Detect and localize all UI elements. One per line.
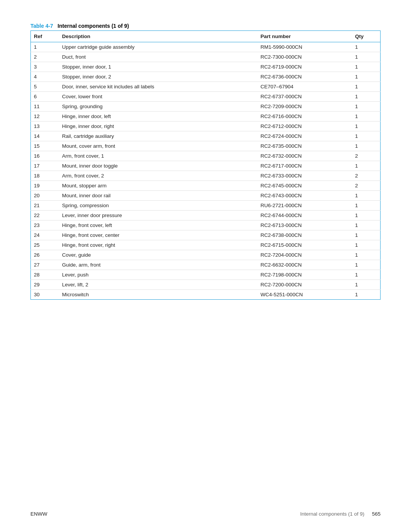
cell-description: Hinge, front cover, center xyxy=(59,230,258,240)
cell-ref: 20 xyxy=(31,191,59,201)
cell-description: Hinge, front cover, left xyxy=(59,220,258,230)
col-header-qty: Qty xyxy=(352,31,381,42)
cell-description: Stopper, inner door, 1 xyxy=(59,62,258,72)
cell-part-number: RC2-7200-000CN xyxy=(258,280,352,290)
cell-ref: 18 xyxy=(31,171,59,181)
cell-qty: 1 xyxy=(352,62,381,72)
table-row: 18Arm, front cover, 2RC2-6733-000CN2 xyxy=(31,171,381,181)
table-row: 12Hinge, inner door, leftRC2-6716-000CN1 xyxy=(31,112,381,121)
col-header-ref: Ref xyxy=(31,31,59,42)
cell-description: Spring, compression xyxy=(59,201,258,211)
cell-qty: 2 xyxy=(352,181,381,191)
cell-ref: 6 xyxy=(31,92,59,102)
cell-qty: 1 xyxy=(352,220,381,230)
cell-part-number: RC2-6713-000CN xyxy=(258,220,352,230)
cell-description: Hinge, inner door, right xyxy=(59,121,258,131)
cell-ref: 22 xyxy=(31,211,59,220)
cell-description: Mount, cover arm, front xyxy=(59,141,258,151)
cell-ref: 25 xyxy=(31,240,59,250)
cell-ref: 29 xyxy=(31,280,59,290)
cell-description: Lever, lift, 2 xyxy=(59,280,258,290)
cell-ref: 30 xyxy=(31,290,59,300)
cell-ref: 14 xyxy=(31,131,59,141)
cell-part-number: RC2-6745-000CN xyxy=(258,181,352,191)
footer-enww: ENWW xyxy=(30,511,47,517)
cell-description: Mount, stopper arm xyxy=(59,181,258,191)
table-row: 3Stopper, inner door, 1RC2-6719-000CN1 xyxy=(31,62,381,72)
cell-qty: 2 xyxy=(352,171,381,181)
cell-qty: 1 xyxy=(352,82,381,92)
cell-part-number: RC2-6735-000CN xyxy=(258,141,352,151)
cell-part-number: RC2-6732-000CN xyxy=(258,151,352,161)
cell-qty: 1 xyxy=(352,102,381,112)
cell-ref: 17 xyxy=(31,161,59,171)
cell-ref: 23 xyxy=(31,220,59,230)
cell-ref: 24 xyxy=(31,230,59,240)
cell-ref: 3 xyxy=(31,62,59,72)
cell-part-number: RC2-6717-000CN xyxy=(258,161,352,171)
cell-description: Hinge, inner door, left xyxy=(59,112,258,121)
cell-qty: 1 xyxy=(352,121,381,131)
cell-qty: 1 xyxy=(352,260,381,270)
cell-description: Door, inner, service kit includes all la… xyxy=(59,82,258,92)
cell-ref: 27 xyxy=(31,260,59,270)
cell-description: Mount, inner door toggle xyxy=(59,161,258,171)
cell-part-number: RC2-7209-000CN xyxy=(258,102,352,112)
cell-description: Cover, lower front xyxy=(59,92,258,102)
cell-part-number: RC2-6712-000CN xyxy=(258,121,352,131)
cell-part-number: RC2-6632-000CN xyxy=(258,260,352,270)
table-row: 20Mount, inner door railRC2-6743-000CN1 xyxy=(31,191,381,201)
cell-qty: 1 xyxy=(352,131,381,141)
table-row: 22Lever, inner door pressureRC2-6744-000… xyxy=(31,211,381,220)
col-header-part-number: Part number xyxy=(258,31,352,42)
cell-qty: 1 xyxy=(352,290,381,300)
table-row: 17Mount, inner door toggleRC2-6717-000CN… xyxy=(31,161,381,171)
cell-qty: 1 xyxy=(352,230,381,240)
cell-part-number: RC2-7300-000CN xyxy=(258,52,352,62)
cell-ref: 11 xyxy=(31,102,59,112)
cell-part-number: RC2-6737-000CN xyxy=(258,92,352,102)
cell-part-number: WC4-5251-000CN xyxy=(258,290,352,300)
table-header-row: Ref Description Part number Qty xyxy=(31,31,381,42)
table-row: 26Cover, guideRC2-7204-000CN1 xyxy=(31,250,381,260)
cell-ref: 15 xyxy=(31,141,59,151)
table-row: 16Arm, front cover, 1RC2-6732-000CN2 xyxy=(31,151,381,161)
table-row: 29Lever, lift, 2RC2-7200-000CN1 xyxy=(31,280,381,290)
footer-page-number: 565 xyxy=(372,511,381,517)
cell-description: Duct, front xyxy=(59,52,258,62)
cell-part-number: RC2-6736-000CN xyxy=(258,72,352,82)
table-row: 14Rail, cartridge auxiliaryRC2-6724-000C… xyxy=(31,131,381,141)
cell-qty: 1 xyxy=(352,270,381,280)
cell-part-number: RC2-6716-000CN xyxy=(258,112,352,121)
cell-qty: 1 xyxy=(352,72,381,82)
table-row: 2Duct, frontRC2-7300-000CN1 xyxy=(31,52,381,62)
cell-description: Arm, front cover, 2 xyxy=(59,171,258,181)
table-row: 24Hinge, front cover, centerRC2-6738-000… xyxy=(31,230,381,240)
cell-part-number: RC2-6744-000CN xyxy=(258,211,352,220)
cell-description: Lever, inner door pressure xyxy=(59,211,258,220)
cell-part-number: RC2-7198-000CN xyxy=(258,270,352,280)
cell-ref: 12 xyxy=(31,112,59,121)
cell-description: Rail, cartridge auxiliary xyxy=(59,131,258,141)
table-row: 19Mount, stopper armRC2-6745-000CN2 xyxy=(31,181,381,191)
cell-part-number: RC2-6715-000CN xyxy=(258,240,352,250)
cell-ref: 28 xyxy=(31,270,59,280)
cell-description: Arm, front cover, 1 xyxy=(59,151,258,161)
cell-description: Hinge, front cover, right xyxy=(59,240,258,250)
cell-qty: 1 xyxy=(352,141,381,151)
cell-ref: 13 xyxy=(31,121,59,131)
cell-description: Mount, inner door rail xyxy=(59,191,258,201)
cell-ref: 16 xyxy=(31,151,59,161)
cell-qty: 2 xyxy=(352,151,381,161)
cell-qty: 1 xyxy=(352,52,381,62)
cell-ref: 26 xyxy=(31,250,59,260)
cell-description: Cover, guide xyxy=(59,250,258,260)
cell-description: Upper cartridge guide assembly xyxy=(59,42,258,52)
parts-table: Ref Description Part number Qty 1Upper c… xyxy=(30,30,381,300)
table-row: 30MicroswitchWC4-5251-000CN1 xyxy=(31,290,381,300)
cell-description: Microswitch xyxy=(59,290,258,300)
cell-ref: 5 xyxy=(31,82,59,92)
cell-ref: 21 xyxy=(31,201,59,211)
cell-part-number: RM1-5990-000CN xyxy=(258,42,352,52)
cell-qty: 1 xyxy=(352,250,381,260)
